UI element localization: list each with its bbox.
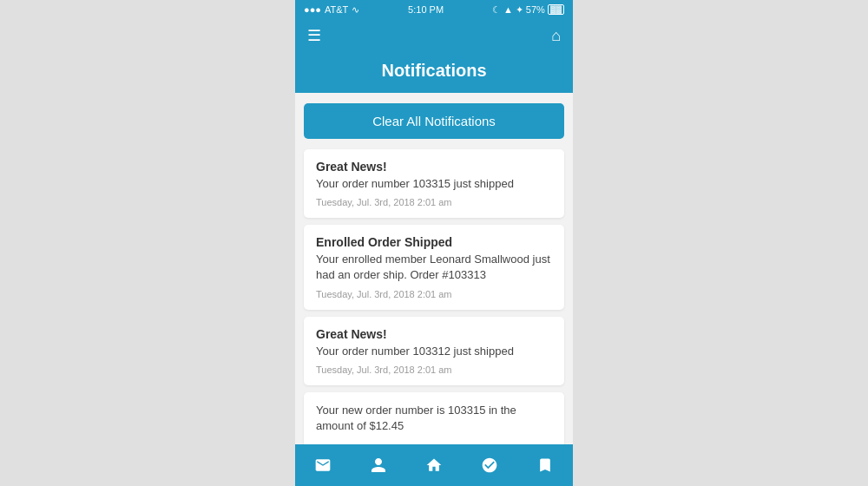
tab-mail[interactable] xyxy=(306,451,340,479)
notification-time-1: Tuesday, Jul. 3rd, 2018 2:01 am xyxy=(316,197,552,207)
content-area: Clear All Notifications Great News! Your… xyxy=(295,93,573,444)
tab-home[interactable] xyxy=(417,451,451,479)
carrier-label: AT&T xyxy=(325,4,348,15)
bluetooth-icon: ✦ xyxy=(516,4,523,16)
notification-body-1: Your order number 103315 just shipped xyxy=(316,176,552,192)
page-title: Notifications xyxy=(304,61,564,81)
phone-frame: ●●● AT&T ∿ 5:10 PM ☾ ▲ ✦ 57% ▓▓ ☰ ⌂ Noti… xyxy=(295,0,573,486)
tab-bookmark[interactable] xyxy=(528,451,562,479)
tab-person[interactable] xyxy=(361,451,396,479)
check-circle-icon xyxy=(481,456,498,474)
notification-time-3: Tuesday, Jul. 3rd, 2018 2:01 am xyxy=(316,364,552,375)
notification-card-2[interactable]: Enrolled Order Shipped Your enrolled mem… xyxy=(304,225,564,309)
home-tab-icon xyxy=(425,456,443,474)
location-icon: ▲ xyxy=(503,4,513,15)
notification-card-3[interactable]: Great News! Your order number 103312 jus… xyxy=(304,317,564,385)
status-bar: ●●● AT&T ∿ 5:10 PM ☾ ▲ ✦ 57% ▓▓ xyxy=(295,0,573,19)
status-left: ●●● AT&T ∿ xyxy=(304,4,359,16)
notification-title-1: Great News! xyxy=(316,160,552,174)
notification-card-1[interactable]: Great News! Your order number 103315 jus… xyxy=(304,149,564,218)
page-title-bar: Notifications xyxy=(295,52,573,93)
person-icon xyxy=(370,456,387,474)
notification-card-4[interactable]: Your new order number is 103315 in the a… xyxy=(304,392,564,444)
tab-check[interactable] xyxy=(472,451,507,479)
menu-icon[interactable]: ☰ xyxy=(307,26,321,45)
notification-body-2: Your enrolled member Leonard Smallwood j… xyxy=(316,252,552,283)
notification-body-3: Your order number 103312 just shipped xyxy=(316,344,552,359)
nav-bar: ☰ ⌂ xyxy=(295,19,573,52)
mail-icon xyxy=(314,456,332,474)
moon-icon: ☾ xyxy=(492,4,501,16)
status-right: ☾ ▲ ✦ 57% ▓▓ xyxy=(492,4,564,16)
notification-title-2: Enrolled Order Shipped xyxy=(316,235,552,249)
battery-icon: ▓▓ xyxy=(548,4,564,15)
notification-title-3: Great News! xyxy=(316,327,552,341)
signal-strength: ●●● xyxy=(304,4,321,15)
home-icon[interactable]: ⌂ xyxy=(551,27,561,45)
wifi-icon: ∿ xyxy=(352,4,359,16)
bookmark-icon xyxy=(536,456,554,474)
notification-time-2: Tuesday, Jul. 3rd, 2018 2:01 am xyxy=(316,289,552,299)
status-time: 5:10 PM xyxy=(408,4,444,15)
clear-all-button[interactable]: Clear All Notifications xyxy=(304,103,564,139)
battery-percent: 57% xyxy=(526,4,545,15)
tab-bar xyxy=(295,444,573,486)
notification-body-4: Your new order number is 103315 in the a… xyxy=(316,403,552,434)
